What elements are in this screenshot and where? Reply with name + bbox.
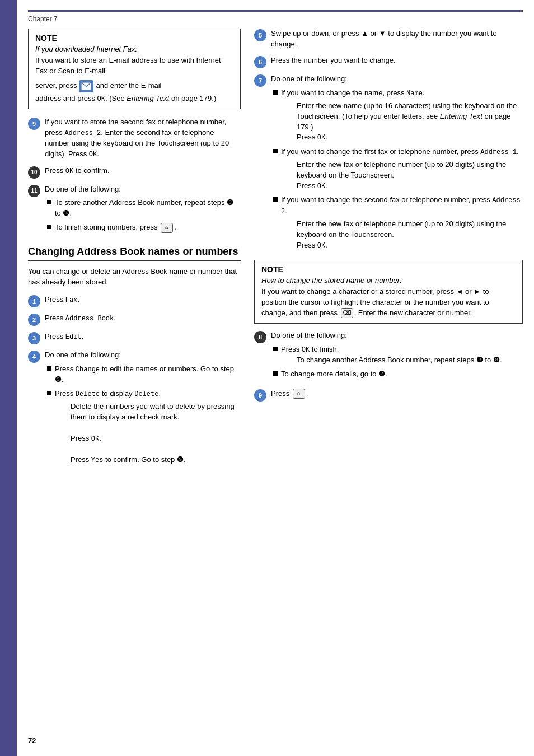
left-note-line3: address and press OK. (See Entering Text… [35,94,233,104]
step-11-bullets: To store another Address Book number, re… [47,198,241,233]
bullet-sq [273,197,278,202]
change-step-4-sub: Delete the numbers you want to delete by… [71,402,241,465]
bksp-icon: ⌫ [341,308,353,318]
step-10-circle: 10 [28,166,40,179]
right-step-7-sub-2: Enter the new fax or telephone number (u… [297,160,523,192]
right-note-title: NOTE [261,265,516,274]
right-step-9-content: Press ⌂. [271,389,523,399]
change-step-4-circle: 4 [28,351,40,363]
email-icon [79,80,93,92]
right-step-9-circle: 9 [254,389,266,402]
right-note-text: If you want to change a character or a s… [261,287,516,319]
page-number: 72 [28,736,36,745]
change-step-4-bullets: Press Change to edit the names or number… [47,364,241,466]
change-step-1-content: Press Fax. [45,295,241,305]
right-note-box: NOTE How to change the stored name or nu… [254,260,523,324]
right-step-7-bullet-3: If you want to change the second fax or … [273,195,523,251]
right-step-8-circle: 8 [254,331,266,343]
left-column: NOTE If you downloaded Internet Fax: If … [28,29,241,475]
change-step-2: 2 Press Address Book. [28,313,241,326]
section-heading: Changing Address Book names or numbers [28,245,241,258]
right-step-7-bullet-1: If you want to change the name, press Na… [273,88,523,143]
main-content: Chapter 7 NOTE If you downloaded Interne… [17,0,534,756]
bullet-sq [47,200,51,204]
right-step-7-content: Do one of the following: If you want to … [271,74,523,254]
bullet-sq [273,149,278,153]
left-note-italic: If you downloaded Internet Fax: [35,45,233,53]
step-11-content: Do one of the following: To store anothe… [45,184,241,236]
change-step-2-content: Press Address Book. [45,313,241,324]
right-step-7-sub-1: Enter the new name (up to 16 characters)… [297,101,523,143]
section-divider [28,260,241,261]
right-step-7-sub-3: Enter the new fax or telephone number (u… [297,219,523,251]
home-icon: ⌂ [161,223,173,233]
bullet-sq [273,371,278,376]
step-10: 10 Press OK to confirm. [28,166,241,179]
right-step-7-bullet-2: If you want to change the first fax or t… [273,147,523,192]
right-step-8-bullets: Press OK to finish. To change another Ad… [273,344,523,380]
bullet-sq [47,225,51,229]
right-column: 5 Swipe up or down, or press ▲ or ▼ to d… [254,29,523,475]
change-step-4-bullet-2: Press Delete to display Delete. Delete t… [47,389,241,466]
step-9-content: If you want to store the second fax or t… [45,117,241,160]
step-11-bullet-1: To store another Address Book number, re… [47,198,241,219]
top-bar [28,10,523,12]
left-note-line1: If you want to store an E-mail address t… [35,55,233,77]
right-step-6-content: Press the number you want to change. [271,55,523,66]
right-step-8-bullet-2: To change more details, go to ❼. [273,369,523,380]
two-column-layout: NOTE If you downloaded Internet Fax: If … [28,29,523,475]
change-step-3-content: Press Edit. [45,332,241,342]
bullet-sq [273,90,278,95]
right-step-8-content: Do one of the following: Press OK to fin… [271,330,523,383]
bullet-sq [47,391,51,395]
change-step-3-circle: 3 [28,332,40,344]
step-11-bullet-2: To finish storing numbers, press ⌂. [47,222,241,233]
step-9-circle: 9 [28,118,40,130]
step-9: 9 If you want to store the second fax or… [28,117,241,160]
left-sidebar [0,0,17,756]
bullet-sq [273,347,278,351]
step-10-content: Press OK to confirm. [45,166,241,176]
right-step-5: 5 Swipe up or down, or press ▲ or ▼ to d… [254,29,523,50]
home-icon-right: ⌂ [293,389,305,399]
left-note-line2: server, press and enter the E-mail [35,80,233,92]
change-step-4: 4 Do one of the following: Press Change … [28,350,241,469]
right-step-7-bullets: If you want to change the name, press Na… [273,88,523,251]
change-step-1-circle: 1 [28,295,40,307]
right-step-5-content: Swipe up or down, or press ▲ or ▼ to dis… [271,29,523,50]
left-note-box: NOTE If you downloaded Internet Fax: If … [28,29,241,109]
section-intro: You can change or delete an Address Book… [28,267,241,288]
change-step-4-bullet-1: Press Change to edit the names or number… [47,364,241,385]
bullet-sq [47,366,51,371]
right-step-7-circle: 7 [254,74,266,87]
right-note-italic: How to change the stored name or number: [261,276,516,284]
right-step-8: 8 Do one of the following: Press OK to f… [254,330,523,383]
page: Chapter 7 NOTE If you downloaded Interne… [0,0,534,756]
step-11: 11 Do one of the following: To store ano… [28,184,241,236]
right-step-7: 7 Do one of the following: If you want t… [254,74,523,254]
right-step-5-circle: 5 [254,29,266,41]
left-note-title: NOTE [35,34,233,43]
step-11-circle: 11 [28,185,40,197]
right-step-6: 6 Press the number you want to change. [254,55,523,68]
right-step-8-sub-1: To change another Address Book number, r… [297,355,502,366]
change-step-3: 3 Press Edit. [28,332,241,344]
change-step-4-content: Do one of the following: Press Change to… [45,350,241,469]
right-step-6-circle: 6 [254,56,266,68]
chapter-label: Chapter 7 [28,15,523,23]
right-step-9: 9 Press ⌂. [254,389,523,402]
change-step-2-circle: 2 [28,314,40,326]
change-step-1: 1 Press Fax. [28,295,241,307]
right-step-8-bullet-1: Press OK to finish. To change another Ad… [273,344,523,366]
